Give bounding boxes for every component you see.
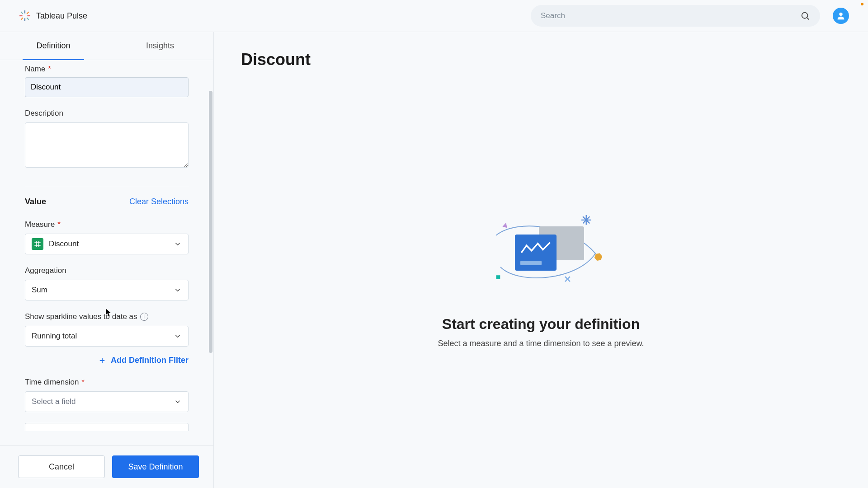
add-definition-filter-button[interactable]: Add Definition Filter	[25, 356, 189, 365]
name-input[interactable]	[25, 77, 189, 97]
tableau-pulse-logo-icon	[19, 10, 31, 22]
label-time-dimension: Time dimension *	[25, 378, 189, 387]
label-description: Description	[25, 109, 189, 118]
divider	[25, 186, 189, 186]
svg-line-7	[21, 18, 23, 19]
global-search[interactable]	[531, 5, 820, 27]
empty-state-subtitle: Select a measure and a time dimension to…	[438, 339, 644, 348]
notification-dot-icon	[861, 3, 863, 5]
chevron-down-icon	[174, 240, 182, 248]
aggregation-value: Sum	[32, 286, 47, 295]
add-filter-label: Add Definition Filter	[111, 356, 189, 365]
tab-definition[interactable]: Definition	[0, 32, 107, 60]
measure-value: Discount	[49, 239, 79, 249]
user-avatar[interactable]	[833, 8, 849, 24]
label-measure: Measure *	[25, 220, 189, 229]
svg-line-4	[21, 12, 23, 14]
mouse-cursor-icon	[105, 308, 112, 317]
panel-tabs: Definition Insights	[0, 32, 213, 60]
scrollbar[interactable]	[209, 91, 212, 353]
empty-state-title: Start creating your definition	[442, 316, 640, 333]
cancel-button[interactable]: Cancel	[18, 455, 105, 478]
svg-line-9	[807, 18, 809, 19]
tab-label: Definition	[36, 41, 70, 50]
chevron-down-icon	[174, 332, 182, 340]
label-name: Name *	[25, 65, 189, 74]
definition-panel: Definition Insights Name * Description V…	[0, 32, 214, 488]
main-preview-area: Discount ✳ ▲ ⬢ ■ ✕ Start creatin	[214, 32, 868, 488]
empty-state-illustration-icon: ✳ ▲ ⬢ ■ ✕	[473, 213, 609, 294]
page-title: Discount	[241, 50, 841, 69]
form-scroll-area[interactable]: Name * Description Value Clear Selection…	[0, 60, 213, 445]
brand-name: Tableau Pulse	[36, 11, 87, 21]
svg-line-5	[27, 18, 28, 19]
required-mark-icon: *	[81, 378, 85, 387]
section-title-value: Value	[25, 197, 46, 206]
sparkline-select[interactable]: Running total	[25, 326, 189, 347]
info-icon[interactable]: i	[140, 313, 148, 321]
chevron-down-icon	[174, 286, 182, 294]
time-dimension-select[interactable]: Select a field	[25, 391, 189, 412]
save-definition-button[interactable]: Save Definition	[112, 455, 199, 478]
search-icon	[800, 11, 810, 21]
tab-label: Insights	[146, 41, 174, 50]
top-bar: Tableau Pulse	[0, 0, 868, 32]
required-mark-icon: *	[57, 220, 61, 229]
brand: Tableau Pulse	[19, 10, 87, 22]
search-input[interactable]	[541, 11, 800, 20]
svg-point-10	[839, 13, 842, 16]
description-input[interactable]	[25, 122, 189, 168]
chevron-down-icon	[174, 398, 182, 406]
panel-footer: Cancel Save Definition	[0, 445, 213, 488]
next-field-peek	[25, 423, 189, 431]
clear-selections-link[interactable]: Clear Selections	[129, 197, 189, 206]
svg-point-8	[802, 13, 808, 19]
label-aggregation: Aggregation	[25, 266, 189, 275]
empty-state: ✳ ▲ ⬢ ■ ✕ Start creating your definition…	[387, 213, 695, 348]
measure-select[interactable]: Discount	[25, 234, 189, 254]
tab-insights[interactable]: Insights	[107, 32, 213, 60]
sparkline-value: Running total	[32, 332, 77, 341]
svg-line-6	[27, 12, 28, 14]
plus-icon	[98, 357, 106, 365]
time-dimension-placeholder: Select a field	[32, 397, 75, 406]
required-mark-icon: *	[48, 65, 51, 74]
aggregation-select[interactable]: Sum	[25, 280, 189, 300]
measure-field-icon	[32, 238, 43, 250]
